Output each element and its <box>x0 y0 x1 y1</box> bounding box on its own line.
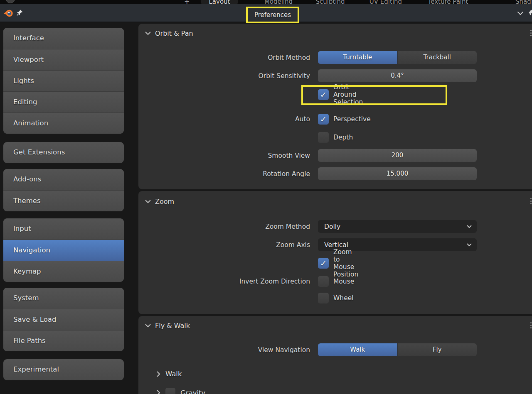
chevron-right-icon <box>157 371 160 377</box>
add-workspace-button[interactable]: + <box>184 0 190 4</box>
sidebar-item-file-paths[interactable]: File Paths <box>3 330 124 351</box>
check-icon: ✓ <box>320 115 327 123</box>
sidebar-group-experimental: Experimental <box>3 359 124 380</box>
auto-label: Auto <box>138 113 310 126</box>
tab-sculpting[interactable]: Sculpting <box>308 0 352 4</box>
tab-shading[interactable]: Shading <box>515 0 532 4</box>
sidebar-group-extensions: Get Extensions <box>3 142 124 163</box>
section-title: Fly & Walk <box>155 322 190 330</box>
sidebar-item-experimental[interactable]: Experimental <box>3 359 124 380</box>
subpanel-walk-title: Walk <box>165 370 182 378</box>
subpanel-header-walk[interactable]: Walk <box>157 370 182 378</box>
sidebar-item-navigation[interactable]: Navigation <box>3 240 124 261</box>
tab-layout[interactable]: Layout <box>201 0 238 4</box>
orbit-method-segmented: Turntable Trackball <box>318 51 477 64</box>
zoom-to-mouse-checkbox[interactable]: ✓ <box>318 258 329 269</box>
invert-zoom-direction-label: Invert Zoom Direction <box>138 275 310 288</box>
check-icon: ✓ <box>320 91 327 99</box>
orbit-around-selection-checkbox[interactable]: ✓ <box>318 89 329 100</box>
chevron-down-icon[interactable] <box>517 11 524 15</box>
section-header-orbit-pan[interactable]: Orbit & Pan <box>145 28 193 38</box>
chevron-down-icon <box>145 200 151 203</box>
smooth-view-field[interactable]: 200 <box>318 149 477 162</box>
tab-modeling[interactable]: Modeling <box>256 0 301 4</box>
blender-preferences-window: + Layout Modeling Sculpting UV Editing T… <box>0 0 532 394</box>
sidebar-item-system[interactable]: System <box>3 288 124 309</box>
rotation-angle-field[interactable]: 15.000 <box>318 167 477 180</box>
orbit-method-label: Orbit Method <box>138 51 310 64</box>
blender-logo-icon[interactable] <box>3 8 14 18</box>
invert-zoom-wheel-checkbox[interactable] <box>318 293 329 303</box>
chevron-right-icon <box>157 390 160 394</box>
panel-menu-icon[interactable] <box>530 198 532 204</box>
pin-icon[interactable] <box>16 9 23 16</box>
sidebar-item-themes[interactable]: Themes <box>3 190 124 211</box>
smooth-view-label: Smooth View <box>138 149 310 162</box>
orbit-method-turntable-button[interactable]: Turntable <box>318 51 397 64</box>
orbit-around-selection-label: Orbit Around Selection <box>333 83 363 106</box>
zoom-axis-label: Zoom Axis <box>138 238 310 252</box>
auto-depth-checkbox[interactable] <box>318 132 329 143</box>
chevron-down-icon <box>145 32 151 35</box>
sidebar-group-system: System Save & Load File Paths <box>3 288 124 351</box>
panel-menu-icon[interactable] <box>530 30 532 36</box>
chevron-down-icon <box>467 243 472 247</box>
app-menu-icon[interactable] <box>6 0 15 3</box>
section-header-fly-walk[interactable]: Fly & Walk <box>145 321 190 330</box>
gravity-checkbox[interactable] <box>165 388 175 394</box>
panel-fly-walk: Fly & Walk View Navigation Walk Fly Walk… <box>138 316 532 394</box>
sidebar-item-get-extensions[interactable]: Get Extensions <box>3 142 124 163</box>
view-navigation-walk-button[interactable]: Walk <box>318 343 397 356</box>
sidebar-item-keymap[interactable]: Keymap <box>3 261 124 282</box>
tab-uv-editing[interactable]: UV Editing <box>363 0 409 4</box>
sidebar-item-input[interactable]: Input <box>3 218 124 240</box>
view-navigation-label: View Navigation <box>138 343 310 357</box>
section-title: Zoom <box>155 198 174 206</box>
sidebar-item-interface[interactable]: Interface <box>3 28 124 49</box>
subpanel-header-gravity[interactable]: Gravity <box>157 388 205 394</box>
sidebar-item-editing[interactable]: Editing <box>3 91 124 113</box>
editor-type-title[interactable]: Preferences <box>254 11 291 19</box>
subpanel-gravity-title: Gravity <box>180 389 205 394</box>
zoom-method-dropdown[interactable]: Dolly <box>318 220 477 233</box>
zoom-method-value: Dolly <box>324 223 340 230</box>
panel-menu-icon[interactable] <box>530 322 532 328</box>
invert-zoom-wheel-label: Wheel <box>333 294 354 302</box>
panel-zoom: Zoom Zoom Method Dolly Zoom Axis Vertica… <box>138 191 532 314</box>
sidebar-item-save-load[interactable]: Save & Load <box>3 309 124 330</box>
sidebar-item-lights[interactable]: Lights <box>3 70 124 91</box>
check-icon: ✓ <box>320 259 327 267</box>
view-navigation-fly-button[interactable]: Fly <box>397 343 477 356</box>
invert-zoom-mouse-checkbox[interactable] <box>318 276 329 287</box>
section-title: Orbit & Pan <box>155 29 193 37</box>
auto-depth-label: Depth <box>333 134 353 141</box>
sidebar-item-viewport[interactable]: Viewport <box>3 49 124 70</box>
auto-perspective-label: Perspective <box>333 115 371 123</box>
sidebar-item-addons[interactable]: Add-ons <box>3 169 124 190</box>
orbit-sensitivity-label: Orbit Sensitivity <box>138 69 310 83</box>
invert-zoom-mouse-label: Mouse <box>333 278 354 285</box>
auto-perspective-checkbox[interactable]: ✓ <box>318 114 329 125</box>
zoom-method-label: Zoom Method <box>138 220 310 233</box>
rotation-angle-label: Rotation Angle <box>138 167 310 181</box>
sidebar-item-animation[interactable]: Animation <box>3 113 124 134</box>
chevron-down-icon <box>145 324 151 328</box>
workspace-tab-bar: + Layout Modeling Sculpting UV Editing T… <box>0 0 532 4</box>
panel-orbit-pan: Orbit & Pan Orbit Method Turntable Track… <box>138 24 532 189</box>
orbit-method-trackball-button[interactable]: Trackball <box>397 51 477 64</box>
section-header-zoom[interactable]: Zoom <box>145 196 174 206</box>
sidebar-group-main: Interface Viewport Lights Editing Animat… <box>3 28 124 134</box>
chevron-down-icon <box>467 225 472 228</box>
orbit-sensitivity-field[interactable]: 0.4° <box>318 69 477 82</box>
sidebar-group-input: Input Navigation Keymap <box>3 218 124 282</box>
sidebar-group-addons: Add-ons Themes <box>3 169 124 211</box>
view-navigation-segmented: Walk Fly <box>318 343 477 356</box>
tab-texture-paint[interactable]: Texture Paint <box>423 0 473 4</box>
zoom-axis-value: Vertical <box>324 241 348 249</box>
zoom-to-mouse-label: Zoom to Mouse Position <box>333 248 358 278</box>
highlight-box-preferences: Preferences <box>246 7 299 23</box>
pin-icon-partial[interactable] <box>529 9 532 16</box>
